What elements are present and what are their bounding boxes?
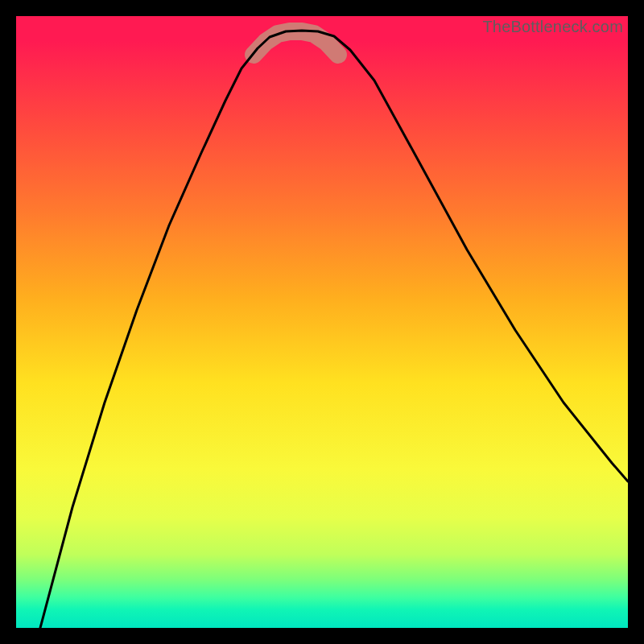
marker-segment xyxy=(254,31,338,55)
chart-background-gradient: TheBottleneck.com xyxy=(16,16,628,628)
bottleneck-curve xyxy=(40,31,628,628)
watermark-text: TheBottleneck.com xyxy=(482,18,623,36)
chart-svg xyxy=(16,16,628,628)
chart-frame: TheBottleneck.com xyxy=(16,16,628,628)
